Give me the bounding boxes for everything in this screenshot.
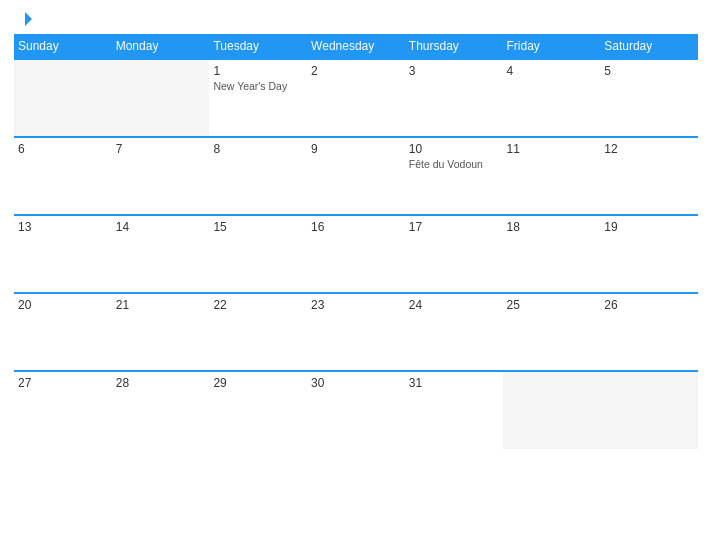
calendar-cell: 15 [209,215,307,293]
day-header-sunday: Sunday [14,34,112,59]
calendar-cell: 10Fête du Vodoun [405,137,503,215]
calendar-cell: 13 [14,215,112,293]
day-number: 11 [507,142,597,156]
calendar-cell: 12 [600,137,698,215]
day-number: 7 [116,142,206,156]
day-number: 23 [311,298,401,312]
calendar-cell: 14 [112,215,210,293]
calendar-cell: 28 [112,371,210,449]
day-number: 12 [604,142,694,156]
day-number: 29 [213,376,303,390]
calendar-cell: 11 [503,137,601,215]
calendar-cell [600,371,698,449]
day-number: 13 [18,220,108,234]
day-number: 17 [409,220,499,234]
day-number: 19 [604,220,694,234]
calendar-cell: 23 [307,293,405,371]
week-row-5: 2728293031 [14,371,698,449]
calendar-cell: 5 [600,59,698,137]
calendar-cell: 8 [209,137,307,215]
calendar-cell: 19 [600,215,698,293]
calendar-cell [112,59,210,137]
calendar-cell: 1New Year's Day [209,59,307,137]
day-number: 3 [409,64,499,78]
week-row-4: 20212223242526 [14,293,698,371]
day-number: 5 [604,64,694,78]
day-number: 9 [311,142,401,156]
calendar-cell: 3 [405,59,503,137]
calendar-cell: 29 [209,371,307,449]
day-header-monday: Monday [112,34,210,59]
calendar-container: SundayMondayTuesdayWednesdayThursdayFrid… [0,0,712,550]
day-number: 15 [213,220,303,234]
calendar-cell [14,59,112,137]
day-header-thursday: Thursday [405,34,503,59]
day-number: 18 [507,220,597,234]
day-number: 1 [213,64,303,78]
calendar-cell: 22 [209,293,307,371]
calendar-cell: 9 [307,137,405,215]
day-number: 27 [18,376,108,390]
event-label: Fête du Vodoun [409,158,499,172]
day-number: 28 [116,376,206,390]
day-number: 4 [507,64,597,78]
logo [14,10,34,28]
day-header-friday: Friday [503,34,601,59]
calendar-cell: 17 [405,215,503,293]
calendar-body: 1New Year's Day2345678910Fête du Vodoun1… [14,59,698,449]
calendar-cell: 7 [112,137,210,215]
day-number: 16 [311,220,401,234]
day-header-tuesday: Tuesday [209,34,307,59]
week-row-2: 678910Fête du Vodoun1112 [14,137,698,215]
day-number: 30 [311,376,401,390]
day-header-saturday: Saturday [600,34,698,59]
day-number: 21 [116,298,206,312]
calendar-cell: 2 [307,59,405,137]
week-row-1: 1New Year's Day2345 [14,59,698,137]
day-number: 6 [18,142,108,156]
calendar-cell: 25 [503,293,601,371]
calendar-cell: 27 [14,371,112,449]
day-number: 20 [18,298,108,312]
day-number: 8 [213,142,303,156]
days-of-week-row: SundayMondayTuesdayWednesdayThursdayFrid… [14,34,698,59]
calendar-cell: 31 [405,371,503,449]
event-label: New Year's Day [213,80,303,94]
day-header-wednesday: Wednesday [307,34,405,59]
day-number: 25 [507,298,597,312]
calendar-cell: 18 [503,215,601,293]
calendar-header: SundayMondayTuesdayWednesdayThursdayFrid… [14,34,698,59]
calendar-cell: 30 [307,371,405,449]
day-number: 10 [409,142,499,156]
calendar-cell: 24 [405,293,503,371]
calendar-cell [503,371,601,449]
day-number: 31 [409,376,499,390]
day-number: 26 [604,298,694,312]
day-number: 2 [311,64,401,78]
calendar-cell: 20 [14,293,112,371]
day-number: 22 [213,298,303,312]
logo-icon [16,10,34,28]
calendar-cell: 26 [600,293,698,371]
calendar-cell: 21 [112,293,210,371]
calendar-cell: 16 [307,215,405,293]
day-number: 24 [409,298,499,312]
svg-marker-0 [25,12,32,26]
calendar-cell: 4 [503,59,601,137]
header [14,10,698,28]
calendar-cell: 6 [14,137,112,215]
logo-line1 [14,10,34,28]
calendar-table: SundayMondayTuesdayWednesdayThursdayFrid… [14,34,698,449]
week-row-3: 13141516171819 [14,215,698,293]
day-number: 14 [116,220,206,234]
